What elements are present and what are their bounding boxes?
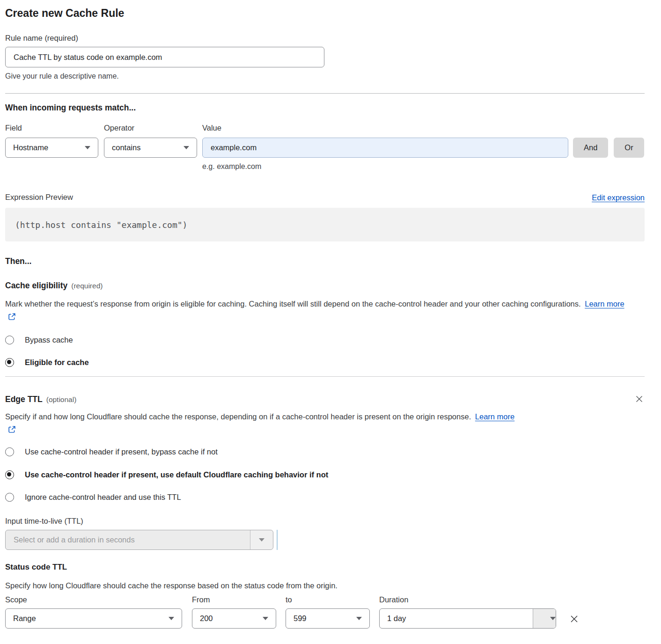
edge-ttl-bypass-label: Use cache-control header if present, byp… <box>25 447 218 456</box>
external-link-icon <box>8 424 16 437</box>
edge-ttl-description: Specify if and how long Cloudflare shoul… <box>5 410 522 437</box>
match-heading: When incoming requests match... <box>5 102 645 113</box>
expression-preview-label: Expression Preview <box>5 192 73 202</box>
duration-caret-button[interactable] <box>533 609 556 628</box>
rule-name-label: Rule name (required) <box>5 33 645 43</box>
section-divider <box>5 376 645 377</box>
external-link-icon <box>8 311 16 324</box>
ttl-input-row: Select or add a duration in seconds <box>5 526 645 550</box>
ttl-input-label: Input time-to-live (TTL) <box>5 516 645 526</box>
duration-label: Duration <box>379 594 556 605</box>
scope-column: Scope Range <box>5 594 182 629</box>
field-label: Field <box>5 123 98 133</box>
value-input[interactable] <box>202 138 568 158</box>
edge-ttl-heading: Edge TTL(optional) <box>5 394 76 405</box>
to-select[interactable]: 599 <box>286 608 370 629</box>
delete-status-code-row-button[interactable] <box>568 613 580 625</box>
ttl-duration-select[interactable]: Select or add a duration in seconds <box>5 530 273 550</box>
from-label: From <box>192 594 276 605</box>
delete-icon <box>569 618 579 625</box>
section-divider <box>5 93 645 94</box>
bypass-cache-option[interactable]: Bypass cache <box>5 336 645 344</box>
edge-ttl-option-bypass[interactable]: Use cache-control header if present, byp… <box>5 447 645 456</box>
field-select[interactable]: Hostname <box>5 138 98 158</box>
optional-note: (optional) <box>46 395 77 403</box>
to-column: to 599 <box>286 594 370 629</box>
to-select-value: 599 <box>294 614 307 623</box>
edge-ttl-option-default[interactable]: Use cache-control header if present, use… <box>5 470 645 479</box>
chevron-down-icon <box>85 146 90 149</box>
value-column: Value e.g. example.com <box>202 123 568 171</box>
cache-eligibility-description-text: Mark whether the request’s response from… <box>5 300 581 308</box>
edge-ttl-ignore-label: Ignore cache-control header and use this… <box>25 493 181 502</box>
or-button[interactable]: Or <box>614 138 644 158</box>
field-column: Field Hostname <box>5 123 98 158</box>
expression-preview-header: Expression Preview Edit expression <box>5 192 645 202</box>
scope-select[interactable]: Range <box>5 608 182 629</box>
chevron-down-icon <box>169 617 174 620</box>
cache-eligibility-description: Mark whether the request’s response from… <box>5 297 632 324</box>
status-code-ttl-heading: Status code TTL <box>5 562 645 573</box>
close-icon <box>635 398 644 405</box>
eligible-for-cache-label: Eligible for cache <box>25 358 89 367</box>
match-condition-row: Field Hostname Operator contains Value e… <box>5 123 645 171</box>
edge-ttl-bypass-radio[interactable] <box>5 447 14 456</box>
operator-column: Operator contains <box>104 123 197 158</box>
edge-ttl-header: Edge TTL(optional) <box>5 394 645 405</box>
duration-select-value: 1 day <box>387 614 406 623</box>
value-help: e.g. example.com <box>202 161 568 171</box>
from-select-value: 200 <box>200 614 213 623</box>
operator-label: Operator <box>104 123 197 133</box>
edge-ttl-description-text: Specify if and how long Cloudflare shoul… <box>5 412 471 421</box>
from-select[interactable]: 200 <box>192 608 276 629</box>
to-label: to <box>286 594 370 605</box>
edge-ttl-learn-more-link[interactable]: Learn more <box>475 412 514 421</box>
bypass-cache-radio[interactable] <box>5 336 14 344</box>
eligible-for-cache-option[interactable]: Eligible for cache <box>5 358 645 367</box>
edge-ttl-default-label: Use cache-control header if present, use… <box>25 470 328 479</box>
status-code-ttl-row: Scope Range From 200 to 599 Duration 1 d… <box>5 594 645 629</box>
chevron-down-icon <box>259 538 264 542</box>
eligible-for-cache-radio[interactable] <box>5 358 14 367</box>
status-code-ttl-description: Specify how long Cloudflare should cache… <box>5 580 645 591</box>
duration-select[interactable]: 1 day <box>379 608 556 629</box>
rule-name-input[interactable] <box>5 47 324 67</box>
ttl-select-caret-button[interactable] <box>250 530 273 549</box>
bypass-cache-label: Bypass cache <box>25 336 73 344</box>
operator-select-value: contains <box>112 143 140 152</box>
chevron-down-icon <box>356 617 362 620</box>
operator-select[interactable]: contains <box>104 138 197 158</box>
cache-eligibility-title: Cache eligibility <box>5 281 67 290</box>
page-title: Create new Cache Rule <box>5 7 645 20</box>
then-heading: Then... <box>5 256 645 267</box>
chevron-down-icon <box>263 617 268 620</box>
edge-ttl-ignore-radio[interactable] <box>5 493 14 502</box>
field-select-value: Hostname <box>13 143 48 152</box>
chevron-down-icon <box>184 146 189 149</box>
duration-column: Duration 1 day <box>379 594 556 629</box>
edit-expression-link[interactable]: Edit expression <box>592 193 645 202</box>
create-cache-rule-form: Create new Cache Rule Rule name (require… <box>0 0 661 640</box>
ttl-select-placeholder: Select or add a duration in seconds <box>14 535 135 544</box>
chevron-down-icon <box>550 617 556 620</box>
scope-select-value: Range <box>13 614 36 623</box>
focus-indicator-bar <box>277 530 278 550</box>
cache-eligibility-learn-more-link[interactable]: Learn more <box>585 300 624 308</box>
value-label: Value <box>202 123 568 133</box>
expression-preview-box: (http.host contains "example.com") <box>5 208 645 242</box>
edge-ttl-close-button[interactable] <box>634 394 645 404</box>
expression-code: (http.host contains "example.com") <box>15 220 187 230</box>
edge-ttl-default-radio[interactable] <box>5 470 14 479</box>
from-column: From 200 <box>192 594 276 629</box>
edge-ttl-title: Edge TTL <box>5 395 43 404</box>
cache-eligibility-heading: Cache eligibility(required) <box>5 280 645 292</box>
required-note: (required) <box>71 282 103 290</box>
scope-label: Scope <box>5 594 182 605</box>
rule-name-help: Give your rule a descriptive name. <box>5 71 645 81</box>
edge-ttl-option-ignore[interactable]: Ignore cache-control header and use this… <box>5 493 645 502</box>
and-button[interactable]: And <box>573 138 608 158</box>
